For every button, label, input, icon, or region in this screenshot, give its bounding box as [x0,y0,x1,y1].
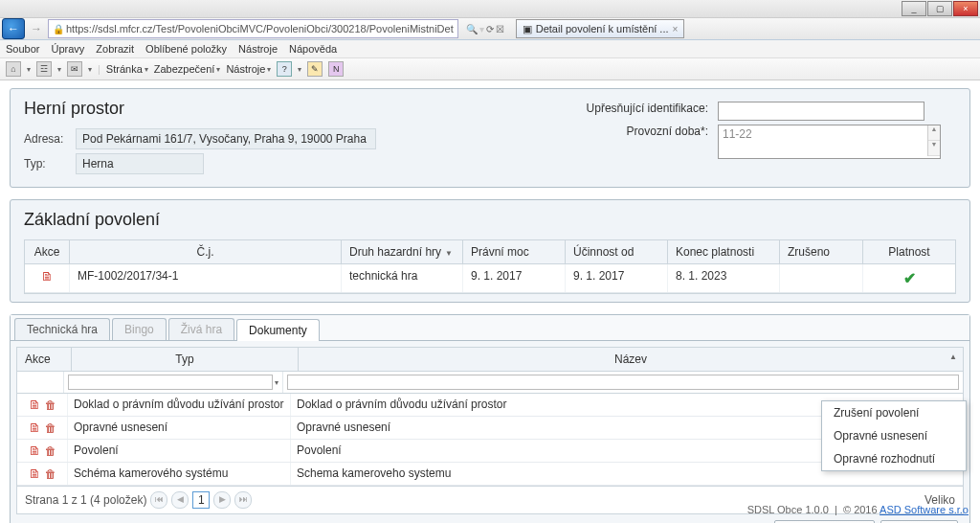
browser-navbar: ← → 🔒 https://sdsl.mfcr.cz/Test/Povoleni… [0,18,980,40]
panel-zakladni-povoleni: Základní povolení Akce Č.j. Druh hazardn… [10,199,970,303]
spinner[interactable]: ▲▼ [927,125,940,156]
tab-dokumenty[interactable]: Dokumenty [236,319,320,341]
grid-zakladni: Akce Č.j. Druh hazardní hry▼ Právní moc … [24,239,956,294]
filter-typ-dropdown-icon[interactable]: ▾ [275,378,278,387]
pager-last[interactable]: ⏭ [234,491,252,509]
tb-stranka[interactable]: Stránka▾ [106,63,148,75]
pager-next[interactable]: ▶ [213,491,231,509]
doc-typ: Opravné usnesení [68,417,291,439]
menu-soubor[interactable]: Soubor [6,43,39,55]
doc-typ: Schéma kamerového systému [68,463,291,485]
col-cj[interactable]: Č.j. [70,240,342,263]
menu-napoveda[interactable]: Nápověda [289,43,337,55]
dcol-akce[interactable]: Akce [17,348,72,371]
col-pravni-moc[interactable]: Právní moc [463,240,566,263]
field-adresa: Pod Pekárnami 161/7, Vysočany, Praha 9, … [76,128,376,149]
dgrid-header: Akce Typ Název▲ [17,348,963,372]
mail-icon[interactable]: ✉ [67,61,82,77]
delete-icon[interactable]: 🗑 [45,398,56,412]
field-typ: Herna [76,153,204,174]
page-footer: SDSL Obce 1.0.0 | © 2016 ASD Software s.… [747,504,969,515]
tab-favicon: ▣ [523,23,532,35]
context-menu[interactable]: Zrušení povolení Opravné usnesení Opravn… [821,400,967,471]
refresh-icon[interactable]: ⟳ [486,24,494,34]
window-close-button[interactable]: × [953,1,978,16]
pdf-icon[interactable]: 🗎 [29,421,41,435]
stop-icon[interactable]: ☒ [496,24,504,34]
tabstrip: Technická hra Bingo Živá hra Dokumenty [11,315,969,341]
footer-copy: © 2016 [843,504,878,515]
check-icon: ✔ [903,270,916,286]
menu-zobrazit[interactable]: Zobrazit [96,43,134,55]
tab-bingo[interactable]: Bingo [112,318,167,340]
pdf-icon[interactable]: 🗎 [29,398,41,412]
tab-close-icon[interactable]: × [673,24,679,34]
ctx-zruseni[interactable]: Zrušení povolení [822,401,966,424]
sort-desc-icon: ▼ [445,249,453,258]
cell-pm: 9. 1. 2017 [463,264,566,292]
doc-typ: Povolení [68,440,291,462]
delete-icon[interactable]: 🗑 [45,421,56,435]
menu-nastroje[interactable]: Nástroje [238,43,278,55]
window-titlebar: _ ▢ × [0,0,980,18]
dcol-typ[interactable]: Typ [72,348,299,371]
menu-upravy[interactable]: Úpravy [51,43,84,55]
grid-row[interactable]: 🗎 MF-1002/2017/34-1 technická hra 9. 1. … [25,264,955,293]
command-bar: ⌂ ▾ ☲ ▾ ✉ ▾ | Stránka▾ Zabezpečení▾ Nást… [0,58,980,80]
col-konec[interactable]: Konec platnosti [668,240,780,263]
right-form-column: Upřesňující identifikace: Provozní doba*… [574,102,941,159]
address-bar[interactable]: 🔒 https://sdsl.mfcr.cz/Test/PovoleniObci… [48,19,458,38]
footer-link[interactable]: ASD Software s.r.o [880,504,969,515]
dcol-nazev[interactable]: Název▲ [299,348,963,371]
app-icon-2[interactable]: N [328,61,344,77]
filter-nazev-input[interactable] [287,375,959,390]
col-druh[interactable]: Druh hazardní hry▼ [342,240,463,263]
col-zruseno[interactable]: Zrušeno [780,240,863,263]
cell-zr [780,264,863,292]
forward-button[interactable]: → [29,19,44,38]
panel2-title: Základní povolení [24,210,956,230]
ctx-rozhodnuti[interactable]: Opravné rozhodnutí [822,447,966,470]
pdf-icon[interactable]: 🗎 [29,443,41,458]
pager-first[interactable]: ⏮ [150,491,167,509]
tab-technicka-hra[interactable]: Technická hra [14,318,110,340]
url-text: https://sdsl.mfcr.cz/Test/PovoleniObciMV… [66,23,454,34]
label-identifikace: Upřesňující identifikace: [574,102,708,115]
col-platnost[interactable]: Platnost [863,240,955,263]
menu-bar: Soubor Úpravy Zobrazit Oblíbené položky … [0,40,980,58]
footer-app: SDSL Obce 1.0.0 [747,504,829,515]
tb-nastroje[interactable]: Nástroje▾ [226,63,271,75]
browser-tab[interactable]: ▣ Detail povolení k umístění ... × [516,19,685,38]
ctx-usneseni[interactable]: Opravné usnesení [822,424,966,447]
textarea-provozni-doba[interactable] [719,125,927,158]
menu-oblibene[interactable]: Oblíbené položky [145,43,227,55]
window-maximize-button[interactable]: ▢ [927,1,952,16]
input-identifikace[interactable] [718,102,924,121]
lock-icon: 🔒 [53,24,64,34]
pdf-icon[interactable]: 🗎 [41,269,54,284]
pdf-icon[interactable]: 🗎 [29,466,41,481]
pager-prev[interactable]: ◀ [171,491,189,509]
back-button[interactable]: ← [2,18,25,39]
label-typ: Typ: [24,157,76,171]
col-akce[interactable]: Akce [25,240,70,263]
delete-icon[interactable]: 🗑 [45,444,56,458]
sort-asc-icon: ▲ [949,352,957,361]
filter-typ-input[interactable] [68,375,273,390]
pager-text: Strana 1 z 1 (4 položek) [25,493,146,507]
feeds-icon[interactable]: ☲ [36,61,52,77]
dgrid-filter-row: ▾ [17,372,963,394]
spin-up-icon[interactable]: ▲ [928,125,940,141]
spin-down-icon[interactable]: ▼ [928,141,940,156]
window-minimize-button[interactable]: _ [902,1,926,16]
home-icon[interactable]: ⌂ [6,61,21,77]
pager-current[interactable]: 1 [192,491,210,509]
tab-ziva-hra[interactable]: Živá hra [168,318,234,340]
tab-label: Detail povolení k umístění ... [536,23,669,34]
help-icon[interactable]: ? [277,61,292,77]
search-icon[interactable]: 🔍 [466,24,478,34]
tb-zabezpeceni[interactable]: Zabezpečení▾ [154,63,221,75]
app-icon-1[interactable]: ✎ [307,61,323,77]
col-ucinnost[interactable]: Účinnost od [566,240,668,263]
delete-icon[interactable]: 🗑 [45,467,56,481]
